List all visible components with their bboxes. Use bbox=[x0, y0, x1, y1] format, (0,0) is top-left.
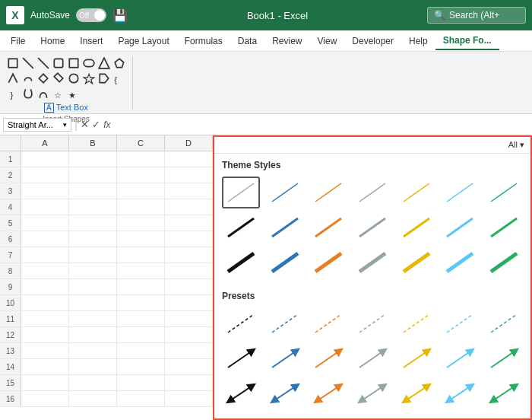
cell[interactable] bbox=[165, 311, 213, 326]
cell[interactable] bbox=[69, 151, 117, 167]
cell[interactable] bbox=[117, 391, 165, 406]
style-item-black-medium[interactable] bbox=[222, 212, 260, 243]
shape-icon-19[interactable] bbox=[36, 87, 50, 100]
style-item-green-thick[interactable] bbox=[485, 247, 523, 278]
cell[interactable] bbox=[69, 343, 117, 358]
style-item-orange-medium[interactable] bbox=[309, 212, 347, 243]
cell[interactable] bbox=[69, 231, 117, 247]
menu-home[interactable]: Home bbox=[33, 33, 72, 49]
cell[interactable] bbox=[69, 183, 117, 199]
cell[interactable] bbox=[165, 375, 213, 390]
cell[interactable] bbox=[117, 231, 165, 247]
preset-black-arrow[interactable] bbox=[222, 342, 260, 374]
cell[interactable] bbox=[21, 247, 69, 262]
style-item-blue-thin[interactable] bbox=[266, 177, 304, 208]
cell[interactable] bbox=[117, 199, 165, 215]
all-dropdown[interactable]: All ▾ bbox=[508, 140, 524, 150]
preset-gray-arrow[interactable] bbox=[353, 342, 391, 374]
cell[interactable] bbox=[69, 327, 117, 342]
menu-developer[interactable]: Developer bbox=[344, 33, 401, 49]
preset-black-dashed[interactable] bbox=[222, 307, 260, 339]
shape-icon-2[interactable] bbox=[21, 56, 35, 70]
cell[interactable] bbox=[117, 263, 165, 278]
cell[interactable] bbox=[69, 359, 117, 374]
style-item-orange-thin[interactable] bbox=[310, 177, 348, 208]
shape-icon-8[interactable] bbox=[112, 56, 126, 70]
shape-icon-9[interactable] bbox=[6, 72, 20, 85]
cell[interactable] bbox=[165, 327, 213, 342]
cell[interactable] bbox=[69, 375, 117, 390]
style-item-lightblue-medium[interactable] bbox=[442, 212, 480, 243]
preset-gold-arrow[interactable] bbox=[397, 342, 435, 374]
shape-icon-5[interactable] bbox=[67, 56, 81, 70]
cell[interactable] bbox=[117, 247, 165, 262]
shape-icon-10[interactable] bbox=[21, 72, 35, 85]
cell[interactable] bbox=[21, 343, 69, 358]
cell[interactable] bbox=[165, 199, 213, 215]
menu-formulas[interactable]: Formulas bbox=[177, 33, 230, 49]
cell[interactable] bbox=[21, 327, 69, 342]
preset-orange-dashed[interactable] bbox=[309, 307, 347, 339]
cell[interactable] bbox=[165, 279, 213, 294]
preset-green-dashed[interactable] bbox=[485, 307, 523, 339]
cell[interactable] bbox=[21, 199, 69, 215]
cancel-formula-icon[interactable]: ✕ bbox=[81, 119, 89, 130]
shape-icon-3[interactable] bbox=[36, 56, 50, 70]
style-item-orange-thick[interactable] bbox=[309, 247, 347, 278]
preset-gold-double-arrow[interactable] bbox=[397, 377, 435, 409]
cell[interactable] bbox=[21, 151, 69, 167]
cell[interactable] bbox=[117, 295, 165, 310]
preset-gray-double-arrow[interactable] bbox=[353, 377, 391, 409]
cell[interactable] bbox=[117, 151, 165, 167]
col-header-a[interactable]: A bbox=[21, 135, 69, 151]
col-header-b[interactable]: B bbox=[69, 135, 117, 151]
cell[interactable] bbox=[165, 215, 213, 231]
preset-lightblue-arrow[interactable] bbox=[442, 342, 480, 374]
cell[interactable] bbox=[165, 343, 213, 358]
cell[interactable] bbox=[21, 359, 69, 374]
shape-icon-17[interactable]: } bbox=[6, 87, 20, 100]
menu-insert[interactable]: Insert bbox=[72, 33, 110, 49]
preset-black-double-arrow[interactable] bbox=[222, 377, 260, 409]
menu-view[interactable]: View bbox=[310, 33, 345, 49]
search-box[interactable]: 🔍 Search (Alt+ bbox=[427, 7, 526, 24]
cell[interactable] bbox=[165, 231, 213, 247]
cell[interactable] bbox=[69, 279, 117, 294]
shape-icon-11[interactable] bbox=[36, 72, 50, 85]
cell[interactable] bbox=[165, 151, 213, 167]
cell[interactable] bbox=[69, 391, 117, 406]
cell[interactable] bbox=[69, 311, 117, 326]
menu-page-layout[interactable]: Page Layout bbox=[110, 33, 176, 49]
preset-lightblue-double-arrow[interactable] bbox=[442, 377, 480, 409]
shape-icon-14[interactable] bbox=[82, 72, 96, 85]
style-item-gray-thin[interactable] bbox=[353, 177, 391, 208]
cell[interactable] bbox=[117, 311, 165, 326]
shape-icon-20[interactable]: ☆ bbox=[52, 87, 65, 100]
cell[interactable] bbox=[165, 183, 213, 199]
save-icon[interactable]: 💾 bbox=[112, 8, 128, 23]
col-header-c[interactable]: C bbox=[117, 135, 165, 151]
shape-icon-4[interactable] bbox=[52, 56, 65, 70]
name-box[interactable]: Straight Ar... ▾ bbox=[3, 118, 71, 132]
menu-shape-format[interactable]: Shape Fo... bbox=[435, 32, 499, 50]
cell[interactable] bbox=[21, 391, 69, 406]
textbox-button[interactable]: A Text Box bbox=[40, 100, 92, 115]
style-item-blue-thick[interactable] bbox=[266, 247, 304, 278]
cell[interactable] bbox=[21, 375, 69, 390]
shape-icon-1[interactable] bbox=[6, 56, 20, 70]
shape-icon-18[interactable] bbox=[21, 87, 35, 100]
cell[interactable] bbox=[21, 183, 69, 199]
cell[interactable] bbox=[117, 359, 165, 374]
style-item-gold-medium[interactable] bbox=[397, 212, 435, 243]
style-item-lightblue-thick[interactable] bbox=[442, 247, 480, 278]
shape-icon-7[interactable] bbox=[97, 56, 111, 70]
menu-file[interactable]: File bbox=[3, 33, 33, 49]
name-box-chevron[interactable]: ▾ bbox=[63, 121, 67, 129]
cell[interactable] bbox=[69, 295, 117, 310]
cell[interactable] bbox=[21, 167, 69, 183]
menu-help[interactable]: Help bbox=[401, 33, 435, 49]
cell[interactable] bbox=[69, 247, 117, 262]
style-item-gray-medium[interactable] bbox=[353, 212, 391, 243]
cell[interactable] bbox=[165, 359, 213, 374]
preset-blue-double-arrow[interactable] bbox=[266, 377, 304, 409]
